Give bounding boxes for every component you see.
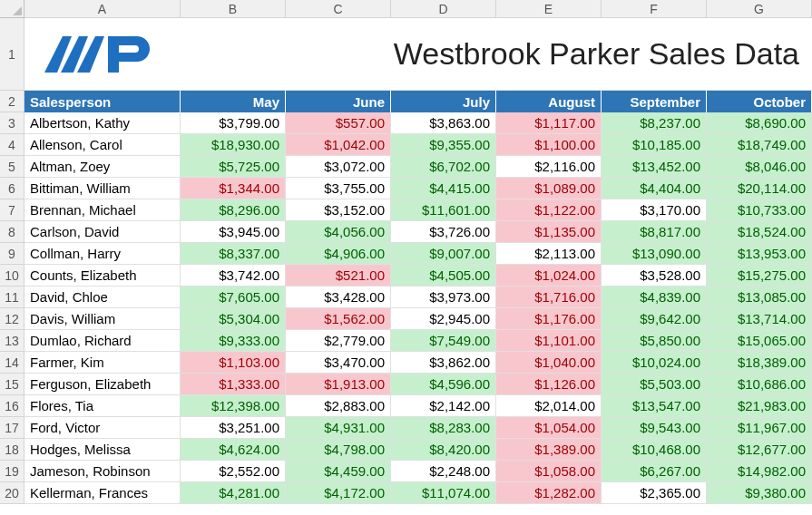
column-label-july[interactable]: July xyxy=(391,91,496,112)
column-header-G[interactable]: G xyxy=(707,0,812,18)
data-cell[interactable]: $2,779.00 xyxy=(286,330,391,352)
data-cell[interactable]: $557.00 xyxy=(286,112,391,134)
column-header-A[interactable]: A xyxy=(24,0,181,18)
salesperson-cell[interactable]: Ferguson, Elizabeth xyxy=(24,374,181,395)
row-header-5[interactable]: 5 xyxy=(0,156,24,178)
data-cell[interactable]: $2,552.00 xyxy=(181,461,286,482)
data-cell[interactable]: $12,677.00 xyxy=(707,439,812,461)
data-cell[interactable]: $4,798.00 xyxy=(286,439,391,461)
data-cell[interactable]: $6,267.00 xyxy=(602,461,707,482)
salesperson-cell[interactable]: Jameson, Robinson xyxy=(24,461,181,482)
salesperson-cell[interactable]: David, Chloe xyxy=(24,287,181,308)
data-cell[interactable]: $2,142.00 xyxy=(391,395,496,417)
data-cell[interactable]: $1,100.00 xyxy=(496,134,602,156)
row-header-6[interactable]: 6 xyxy=(0,178,24,199)
data-cell[interactable]: $21,983.00 xyxy=(707,395,812,417)
data-cell[interactable]: $4,415.00 xyxy=(391,178,496,199)
data-cell[interactable]: $7,605.00 xyxy=(181,287,286,308)
data-cell[interactable]: $1,333.00 xyxy=(181,374,286,395)
data-cell[interactable]: $2,248.00 xyxy=(391,461,496,482)
column-header-B[interactable]: B xyxy=(181,0,286,18)
row-header-1[interactable]: 1 xyxy=(0,18,24,91)
data-cell[interactable]: $8,337.00 xyxy=(181,243,286,265)
column-header-F[interactable]: F xyxy=(602,0,707,18)
data-cell[interactable]: $13,547.00 xyxy=(602,395,707,417)
salesperson-cell[interactable]: Counts, Elizabeth xyxy=(24,265,181,287)
data-cell[interactable]: $1,176.00 xyxy=(496,308,602,330)
data-cell[interactable]: $2,883.00 xyxy=(286,395,391,417)
data-cell[interactable]: $1,562.00 xyxy=(286,308,391,330)
data-cell[interactable]: $8,817.00 xyxy=(602,221,707,243)
data-cell[interactable]: $13,085.00 xyxy=(707,287,812,308)
data-cell[interactable]: $3,945.00 xyxy=(181,221,286,243)
data-cell[interactable]: $4,906.00 xyxy=(286,243,391,265)
row-header-18[interactable]: 18 xyxy=(0,439,24,461)
data-cell[interactable]: $5,304.00 xyxy=(181,308,286,330)
data-cell[interactable]: $2,014.00 xyxy=(496,395,602,417)
data-cell[interactable]: $10,733.00 xyxy=(707,199,812,221)
row-header-10[interactable]: 10 xyxy=(0,265,24,287)
data-cell[interactable]: $5,725.00 xyxy=(181,156,286,178)
row-header-14[interactable]: 14 xyxy=(0,352,24,374)
salesperson-cell[interactable]: Hodges, Melissa xyxy=(24,439,181,461)
data-cell[interactable]: $5,850.00 xyxy=(602,330,707,352)
data-cell[interactable]: $1,716.00 xyxy=(496,287,602,308)
data-cell[interactable]: $1,117.00 xyxy=(496,112,602,134)
data-cell[interactable]: $3,862.00 xyxy=(391,352,496,374)
data-cell[interactable]: $8,296.00 xyxy=(181,199,286,221)
data-cell[interactable]: $1,344.00 xyxy=(181,178,286,199)
data-cell[interactable]: $8,283.00 xyxy=(391,417,496,439)
column-label-june[interactable]: June xyxy=(286,91,391,112)
data-cell[interactable]: $9,380.00 xyxy=(707,482,812,504)
column-label-salesperson[interactable]: Salesperson xyxy=(24,91,181,112)
data-cell[interactable]: $1,024.00 xyxy=(496,265,602,287)
data-cell[interactable]: $1,042.00 xyxy=(286,134,391,156)
data-cell[interactable]: $9,007.00 xyxy=(391,243,496,265)
column-header-C[interactable]: C xyxy=(286,0,391,18)
salesperson-cell[interactable]: Flores, Tia xyxy=(24,395,181,417)
data-cell[interactable]: $1,103.00 xyxy=(181,352,286,374)
data-cell[interactable]: $3,528.00 xyxy=(602,265,707,287)
data-cell[interactable]: $3,470.00 xyxy=(286,352,391,374)
row-header-19[interactable]: 19 xyxy=(0,461,24,482)
row-header-12[interactable]: 12 xyxy=(0,308,24,330)
data-cell[interactable]: $1,089.00 xyxy=(496,178,602,199)
row-header-3[interactable]: 3 xyxy=(0,112,24,134)
data-cell[interactable]: $4,839.00 xyxy=(602,287,707,308)
data-cell[interactable]: $1,122.00 xyxy=(496,199,602,221)
data-cell[interactable]: $10,686.00 xyxy=(707,374,812,395)
data-cell[interactable]: $521.00 xyxy=(286,265,391,287)
row-header-15[interactable]: 15 xyxy=(0,374,24,395)
data-cell[interactable]: $1,126.00 xyxy=(496,374,602,395)
row-header-4[interactable]: 4 xyxy=(0,134,24,156)
data-cell[interactable]: $5,503.00 xyxy=(602,374,707,395)
data-cell[interactable]: $13,714.00 xyxy=(707,308,812,330)
row-header-8[interactable]: 8 xyxy=(0,221,24,243)
column-label-october[interactable]: October xyxy=(707,91,812,112)
data-cell[interactable]: $4,931.00 xyxy=(286,417,391,439)
data-cell[interactable]: $13,090.00 xyxy=(602,243,707,265)
data-cell[interactable]: $8,046.00 xyxy=(707,156,812,178)
data-cell[interactable]: $4,459.00 xyxy=(286,461,391,482)
column-header-E[interactable]: E xyxy=(496,0,602,18)
data-cell[interactable]: $8,237.00 xyxy=(602,112,707,134)
data-cell[interactable]: $9,333.00 xyxy=(181,330,286,352)
data-cell[interactable]: $4,624.00 xyxy=(181,439,286,461)
row-header-11[interactable]: 11 xyxy=(0,287,24,308)
data-cell[interactable]: $3,755.00 xyxy=(286,178,391,199)
salesperson-cell[interactable]: Altman, Zoey xyxy=(24,156,181,178)
select-all-corner[interactable] xyxy=(0,0,24,18)
data-cell[interactable]: $1,054.00 xyxy=(496,417,602,439)
salesperson-cell[interactable]: Collman, Harry xyxy=(24,243,181,265)
salesperson-cell[interactable]: Dumlao, Richard xyxy=(24,330,181,352)
data-cell[interactable]: $18,524.00 xyxy=(707,221,812,243)
row-header-2[interactable]: 2 xyxy=(0,91,24,112)
data-cell[interactable]: $1,058.00 xyxy=(496,461,602,482)
data-cell[interactable]: $15,275.00 xyxy=(707,265,812,287)
data-cell[interactable]: $1,135.00 xyxy=(496,221,602,243)
salesperson-cell[interactable]: Kellerman, Frances xyxy=(24,482,181,504)
data-cell[interactable]: $12,398.00 xyxy=(181,395,286,417)
data-cell[interactable]: $1,282.00 xyxy=(496,482,602,504)
data-cell[interactable]: $1,040.00 xyxy=(496,352,602,374)
row-header-13[interactable]: 13 xyxy=(0,330,24,352)
